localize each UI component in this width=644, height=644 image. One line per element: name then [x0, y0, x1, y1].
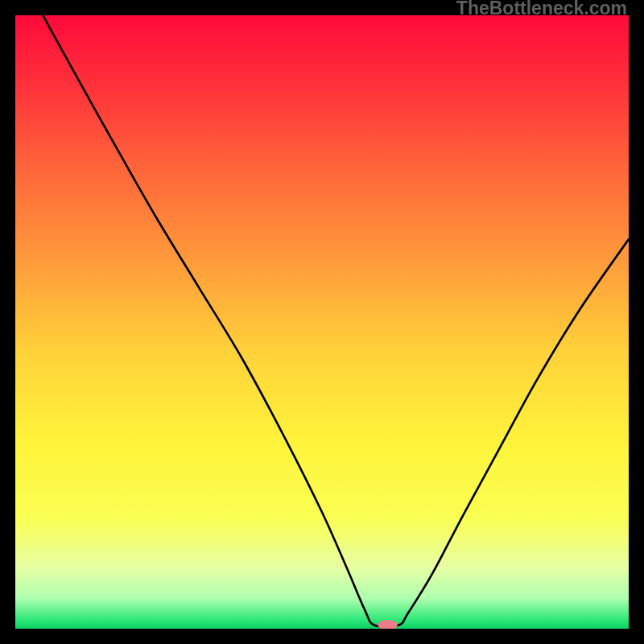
- bottleneck-chart: [15, 15, 629, 629]
- chart-frame: [15, 15, 629, 629]
- watermark-text: TheBottleneck.com: [456, 0, 627, 19]
- gradient-background: [15, 15, 629, 629]
